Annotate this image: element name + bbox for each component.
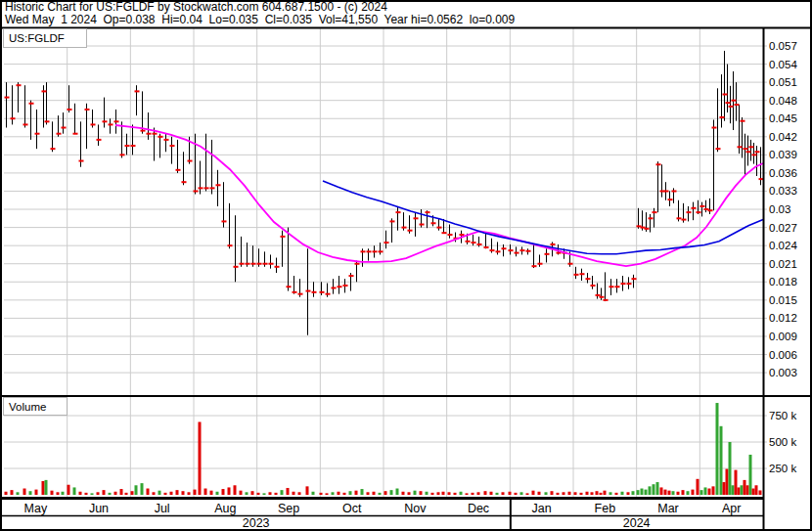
close-tick: [204, 187, 209, 189]
volume-bar: [656, 482, 659, 495]
close-tick: [668, 199, 673, 200]
close-tick: [263, 263, 268, 265]
volume-bar: [741, 485, 744, 495]
close-tick: [664, 190, 669, 192]
close-tick: [738, 146, 743, 148]
price-axis-label: 0.033: [769, 185, 797, 197]
volume-bar: [176, 490, 179, 495]
close-tick: [222, 220, 227, 222]
volume-bar: [414, 491, 417, 495]
close-tick: [298, 293, 303, 295]
close-tick: [57, 133, 62, 135]
close-tick: [275, 266, 280, 268]
volume-legend: Volume: [3, 397, 68, 416]
volume-axis-label: 750 k: [769, 410, 796, 421]
volume-bar: [379, 493, 382, 495]
volume-bar: [85, 493, 88, 495]
close-tick: [615, 286, 620, 288]
volume-bar: [125, 493, 128, 495]
close-tick: [414, 217, 419, 219]
volume-bar: [708, 489, 711, 495]
volume-bar: [349, 491, 352, 495]
volume-bar: [591, 492, 594, 495]
volume-bar: [460, 492, 463, 495]
price-axis-label: 0.045: [769, 112, 797, 124]
volume-bar: [431, 493, 434, 495]
close-tick: [182, 181, 187, 183]
volume-bar: [251, 491, 254, 495]
volume-bar: [738, 487, 741, 495]
volume-bar: [420, 491, 423, 495]
close-tick: [490, 249, 495, 251]
close-tick: [85, 109, 90, 111]
close-tick: [42, 90, 47, 92]
volume-bar: [716, 403, 719, 495]
volume-bar: [228, 487, 231, 495]
volume-bar: [720, 426, 723, 495]
volume-bar: [194, 490, 197, 495]
price-axis-label: 0.051: [769, 76, 797, 88]
close-tick: [5, 97, 10, 99]
close-tick: [604, 299, 609, 301]
close-tick: [35, 133, 40, 135]
close-tick: [538, 263, 543, 265]
volume-bar: [448, 492, 451, 495]
close-tick: [509, 249, 514, 251]
close-tick: [367, 250, 372, 252]
volume-bar: [312, 492, 315, 495]
close-tick: [306, 290, 311, 292]
volume-bar: [361, 489, 364, 495]
close-tick: [632, 278, 637, 280]
volume-bar: [729, 442, 732, 495]
close-tick: [649, 217, 654, 219]
month-label: Aug: [214, 502, 236, 515]
price-axis-label: 0.039: [769, 149, 797, 160]
close-tick: [91, 123, 96, 125]
close-tick: [131, 145, 136, 147]
close-tick: [755, 151, 760, 153]
close-tick: [114, 120, 119, 122]
volume-bar: [68, 485, 70, 495]
close-tick: [726, 102, 731, 104]
volume-bar: [759, 490, 762, 495]
symbol-label: US:FGLDF: [9, 32, 65, 44]
month-label: May: [24, 502, 48, 515]
volume-bar: [188, 492, 191, 495]
volume-bar: [97, 492, 100, 495]
volume-bar: [343, 493, 346, 495]
chart-canvas: 0.0570.0540.0510.0480.0450.0420.0390.036…: [0, 0, 812, 531]
close-tick: [125, 145, 130, 147]
volume-bar: [472, 493, 474, 495]
close-tick: [687, 211, 692, 213]
volume-bar: [11, 490, 14, 495]
volume-bar: [454, 493, 457, 495]
close-tick: [732, 100, 737, 102]
close-tick: [408, 230, 413, 232]
close-tick: [199, 187, 203, 189]
close-tick: [749, 146, 754, 148]
volume-bar: [692, 490, 695, 495]
close-tick: [158, 136, 163, 138]
price-axis-label: 0.006: [769, 349, 797, 361]
close-tick: [287, 286, 292, 288]
volume-bar: [712, 486, 715, 495]
volume-bar: [332, 492, 335, 495]
volume-bar: [35, 490, 38, 495]
year-label: 2024: [623, 516, 651, 530]
volume-bar: [520, 492, 523, 495]
close-tick: [426, 211, 430, 213]
close-tick: [472, 242, 476, 243]
close-tick: [312, 291, 317, 293]
close-tick: [147, 133, 152, 135]
volume-bar: [320, 493, 323, 495]
close-tick: [79, 160, 84, 162]
close-tick: [448, 234, 453, 236]
volume-bar: [490, 492, 493, 495]
close-tick: [515, 252, 519, 254]
volume-bar: [257, 493, 260, 495]
volume-bar: [664, 490, 667, 495]
volume-bar: [73, 487, 76, 495]
close-tick: [744, 148, 748, 150]
volume-bar: [442, 492, 445, 495]
close-tick: [645, 228, 650, 230]
